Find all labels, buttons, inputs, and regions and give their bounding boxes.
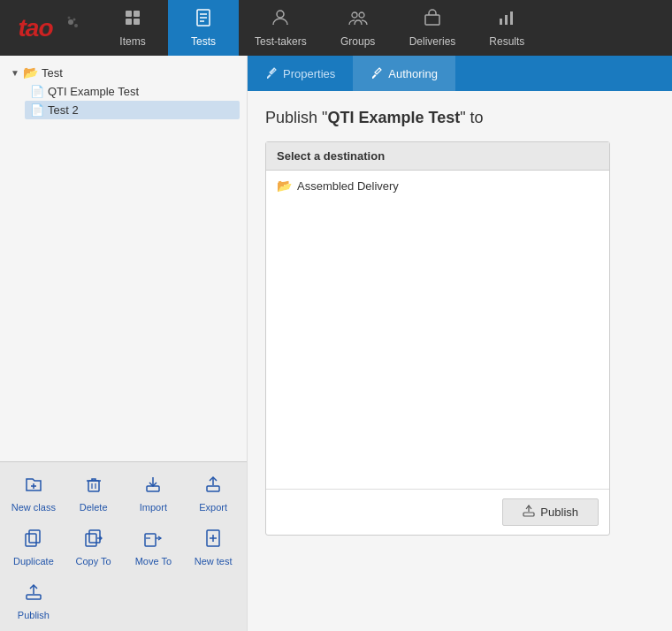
- main-content: Publish "QTI Example Test" to Select a d…: [248, 91, 672, 631]
- svg-rect-30: [29, 530, 40, 543]
- nav-item-results[interactable]: Results: [471, 0, 542, 56]
- nav-items-label: Items: [119, 35, 145, 48]
- nav-item-tests[interactable]: Tests: [168, 0, 239, 56]
- destination-header: Select a destination: [266, 142, 609, 171]
- logo-icon: [53, 15, 80, 42]
- import-label: Import: [140, 502, 167, 513]
- svg-rect-18: [510, 11, 513, 25]
- svg-point-0: [68, 19, 73, 25]
- tab-authoring-label: Authoring: [388, 67, 438, 80]
- sidebar: ▼ 📂 Test 📄 QTI Example Test 📄 Test 2: [0, 56, 248, 631]
- main-layout: ▼ 📂 Test 📄 QTI Example Test 📄 Test 2: [0, 56, 672, 631]
- new-test-label: New test: [195, 556, 233, 566]
- publish-title-prefix: Publish ": [265, 109, 327, 126]
- tab-properties-label: Properties: [283, 67, 335, 80]
- tree-item-label-1: Test 2: [48, 103, 79, 117]
- authoring-tab-icon: [370, 66, 383, 81]
- nav-item-groups[interactable]: Groups: [323, 0, 393, 56]
- publish-footer: Publish: [266, 489, 609, 535]
- nav-results-label: Results: [489, 35, 524, 48]
- tab-properties[interactable]: Properties: [248, 56, 353, 91]
- tab-authoring[interactable]: Authoring: [353, 56, 455, 91]
- nav-deliveries-label: Deliveries: [409, 35, 456, 48]
- svg-rect-17: [505, 15, 508, 25]
- destination-list[interactable]: 📂 Assembled Delivery: [266, 171, 609, 489]
- nav-item-deliveries[interactable]: Deliveries: [393, 0, 472, 56]
- destination-item-label-0: Assembled Delivery: [297, 179, 399, 193]
- copy-to-icon: [84, 528, 103, 552]
- tree-root-label: Test: [42, 66, 63, 80]
- new-class-button[interactable]: New class: [5, 468, 62, 518]
- publish-toolbar-label: Publish: [18, 610, 50, 620]
- tree-item-1[interactable]: 📄 Test 2: [25, 101, 240, 119]
- items-icon: [123, 8, 142, 32]
- svg-rect-31: [86, 534, 96, 546]
- results-icon: [497, 8, 516, 32]
- publish-main-button-label: Publish: [540, 506, 578, 519]
- import-icon: [143, 475, 163, 498]
- export-label: Export: [199, 502, 227, 513]
- content-area: Properties Authoring Publish "QTI Exampl…: [248, 56, 672, 631]
- svg-rect-34: [145, 534, 156, 546]
- svg-rect-6: [126, 19, 132, 25]
- export-button[interactable]: Export: [185, 468, 241, 518]
- svg-rect-15: [425, 15, 439, 25]
- svg-point-14: [359, 12, 364, 18]
- destination-box: Select a destination 📂 Assembled Deliver…: [265, 141, 610, 536]
- groups-icon: [348, 8, 368, 32]
- tests-icon: [194, 8, 213, 32]
- svg-point-2: [73, 18, 75, 20]
- publish-main-button[interactable]: Publish: [502, 498, 599, 526]
- tree-area: ▼ 📂 Test 📄 QTI Example Test 📄 Test 2: [0, 56, 247, 461]
- export-icon: [203, 475, 223, 498]
- tab-bar: Properties Authoring: [248, 56, 672, 91]
- svg-point-3: [67, 16, 70, 19]
- publish-title: Publish "QTI Example Test" to: [265, 109, 654, 127]
- new-class-icon: [24, 475, 43, 498]
- properties-tab-icon: [265, 66, 278, 81]
- move-to-icon: [143, 528, 163, 552]
- svg-point-13: [352, 12, 357, 18]
- tree-root[interactable]: ▼ 📂 Test: [7, 63, 240, 82]
- tree-item-0[interactable]: 📄 QTI Example Test: [25, 82, 240, 101]
- publish-title-suffix: " to: [460, 109, 483, 126]
- delete-icon: [84, 475, 103, 498]
- svg-point-1: [74, 24, 78, 27]
- svg-rect-21: [88, 481, 99, 491]
- doc-icon-1: 📄: [30, 103, 44, 117]
- destination-item-0[interactable]: 📂 Assembled Delivery: [270, 174, 606, 197]
- publish-title-item: QTI Example Test: [327, 109, 460, 126]
- root-folder-icon: 📂: [23, 65, 38, 80]
- copy-to-button[interactable]: Copy To: [65, 521, 122, 572]
- delete-button[interactable]: Delete: [65, 468, 122, 518]
- top-navigation: tao Items Tests Test-takers Groups: [0, 0, 672, 56]
- svg-rect-29: [26, 534, 36, 546]
- new-test-icon: [203, 528, 223, 552]
- svg-rect-7: [134, 19, 140, 25]
- destination-folder-icon: 📂: [277, 179, 292, 193]
- copy-to-label: Copy To: [76, 556, 111, 566]
- delete-label: Delete: [80, 502, 108, 513]
- logo-text: tao: [19, 14, 53, 42]
- move-to-button[interactable]: Move To: [126, 521, 182, 572]
- publish-toolbar-icon: [24, 582, 43, 606]
- tree-item-label-0: QTI Example Test: [48, 85, 139, 98]
- tree-children: 📄 QTI Example Test 📄 Test 2: [7, 82, 240, 119]
- svg-rect-16: [500, 19, 502, 25]
- nav-tests-label: Tests: [191, 35, 216, 48]
- svg-rect-27: [207, 486, 219, 491]
- new-test-button[interactable]: New test: [185, 521, 241, 572]
- deliveries-icon: [423, 8, 442, 32]
- tree-toggle-icon: ▼: [11, 68, 19, 78]
- svg-rect-43: [523, 513, 534, 516]
- svg-rect-40: [27, 595, 41, 599]
- svg-rect-5: [134, 11, 140, 17]
- duplicate-button[interactable]: Duplicate: [5, 521, 62, 572]
- nav-item-test-takers[interactable]: Test-takers: [239, 0, 323, 56]
- nav-item-items[interactable]: Items: [97, 0, 168, 56]
- publish-toolbar-button[interactable]: Publish: [5, 575, 62, 626]
- nav-groups-label: Groups: [340, 35, 375, 48]
- app-logo: tao: [0, 0, 97, 56]
- svg-point-12: [277, 11, 284, 18]
- import-button[interactable]: Import: [126, 468, 182, 518]
